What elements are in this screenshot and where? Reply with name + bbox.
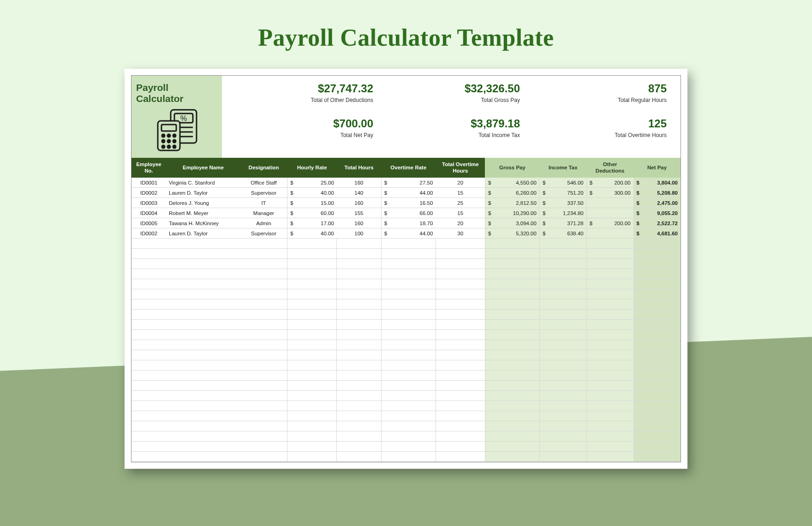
table-cell — [287, 391, 337, 401]
table-cell — [131, 330, 166, 340]
table-cell — [485, 442, 539, 452]
table-cell: $4,681.60 — [633, 228, 681, 239]
table-cell — [633, 421, 681, 431]
document-frame: Payroll Calculator % — [125, 69, 687, 469]
table-cell — [287, 239, 337, 249]
table-cell — [240, 289, 287, 299]
table-cell: Office Staff — [240, 178, 287, 188]
table-cell — [381, 391, 436, 401]
table-cell — [633, 431, 681, 442]
table-cell — [586, 360, 633, 371]
table-cell: $25.00 — [287, 178, 337, 188]
table-cell: $2,475.00 — [633, 198, 681, 208]
table-cell — [539, 269, 586, 279]
table-row: ID0002Lauren D. TaylorSupervisor$40.0010… — [131, 228, 681, 239]
table-cell: $6,260.00 — [485, 188, 539, 198]
table-cell — [539, 371, 586, 381]
table-cell: 160 — [337, 178, 381, 188]
table-row — [131, 249, 681, 259]
page-title: Payroll Calculator Template — [0, 0, 812, 51]
table-cell — [485, 279, 539, 289]
table-cell — [166, 350, 240, 360]
table-cell — [436, 371, 485, 381]
table-cell — [131, 421, 166, 431]
table-cell — [485, 340, 539, 350]
table-cell — [240, 411, 287, 421]
table-cell — [240, 299, 287, 310]
table-cell — [539, 330, 586, 340]
table-cell — [436, 249, 485, 259]
table-row — [131, 381, 681, 391]
table-cell — [436, 340, 485, 350]
table-cell — [240, 421, 287, 431]
table-cell — [131, 269, 166, 279]
table-cell: 160 — [337, 218, 381, 228]
table-cell: ID0002 — [131, 228, 166, 239]
table-cell — [633, 320, 681, 330]
table-cell: 15 — [436, 208, 485, 218]
table-cell — [381, 299, 436, 310]
table-cell — [337, 289, 381, 299]
svg-point-13 — [173, 140, 176, 143]
table-row — [131, 289, 681, 299]
table-cell: $337.50 — [539, 198, 586, 208]
stat-label: Total Net Pay — [240, 132, 373, 138]
table-cell — [166, 421, 240, 431]
svg-text:%: % — [180, 114, 187, 122]
brand-box: Payroll Calculator % — [131, 76, 222, 158]
table-cell — [586, 239, 633, 249]
stat-label: Total of Other Deductions — [240, 97, 373, 103]
table-cell — [586, 259, 633, 269]
table-cell — [240, 279, 287, 289]
table-cell — [240, 360, 287, 371]
svg-point-12 — [167, 140, 170, 143]
table-row — [131, 360, 681, 371]
table-row — [131, 299, 681, 310]
table-cell — [287, 371, 337, 381]
table-cell — [633, 310, 681, 320]
table-cell: $44.00 — [381, 228, 436, 239]
table-cell — [485, 401, 539, 411]
table-cell — [166, 381, 240, 391]
table-cell — [240, 442, 287, 452]
table-cell: $17.00 — [287, 218, 337, 228]
table-cell: $3,094.00 — [485, 218, 539, 228]
table-cell — [485, 299, 539, 310]
table-cell — [485, 289, 539, 299]
table-cell — [586, 289, 633, 299]
table-row — [131, 259, 681, 269]
table-row — [131, 452, 681, 462]
table-cell — [436, 360, 485, 371]
table-row — [131, 269, 681, 279]
table-cell: $300.00 — [586, 188, 633, 198]
table-cell — [381, 249, 436, 259]
table-cell — [381, 442, 436, 452]
table-cell: $4,550.00 — [485, 178, 539, 188]
table-cell: $60.00 — [287, 208, 337, 218]
table-cell — [166, 320, 240, 330]
table-cell — [436, 269, 485, 279]
table-cell: Virginia C. Stanford — [166, 178, 240, 188]
table-row — [131, 330, 681, 340]
summary-stats: $27,747.32 Total of Other Deductions $32… — [222, 76, 681, 158]
table-cell — [381, 330, 436, 340]
table-cell — [633, 289, 681, 299]
table-cell: Supervisor — [240, 228, 287, 239]
table-cell — [240, 330, 287, 340]
table-cell — [240, 431, 287, 442]
table-cell — [131, 411, 166, 421]
table-cell — [240, 310, 287, 320]
table-cell: Delores J. Young — [166, 198, 240, 208]
table-row — [131, 310, 681, 320]
col-income-tax: Income Tax — [539, 158, 586, 178]
table-cell — [166, 401, 240, 411]
stat-label: Total Income Tax — [387, 132, 520, 138]
table-cell — [240, 259, 287, 269]
table-row — [131, 391, 681, 401]
table-cell — [381, 401, 436, 411]
table-cell: $40.00 — [287, 188, 337, 198]
table-cell — [586, 391, 633, 401]
table-cell — [287, 411, 337, 421]
table-cell — [381, 269, 436, 279]
table-cell: $44.00 — [381, 188, 436, 198]
